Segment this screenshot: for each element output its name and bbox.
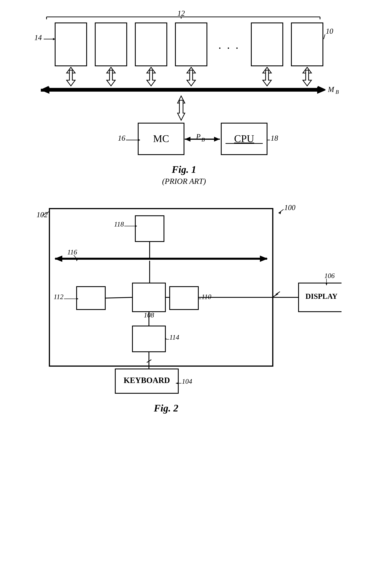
svg-rect-63 <box>170 287 198 309</box>
display-label: DISPLAY <box>305 292 338 300</box>
cpu-label: CPU <box>234 133 254 144</box>
svg-rect-9 <box>95 23 127 66</box>
svg-rect-13 <box>291 23 323 66</box>
label-mb: M <box>328 85 334 93</box>
label-112: 112 <box>54 293 64 300</box>
label-10: 10 <box>326 27 333 35</box>
label-114: 114 <box>169 334 179 341</box>
keyboard-label: KEYBOARD <box>124 376 170 385</box>
page: 12 14 . . <box>0 0 368 588</box>
svg-line-14 <box>324 34 325 39</box>
fig2-diagram: 102 100 118 116 <box>27 197 341 414</box>
fig1-title: Fig. 1 <box>27 164 341 175</box>
svg-rect-59 <box>77 287 105 309</box>
label-12: 12 <box>177 9 185 17</box>
mc-label: MC <box>153 133 169 144</box>
fig1-subtitle: (PRIOR ART) <box>27 177 341 186</box>
svg-marker-31 <box>318 86 326 93</box>
label-102: 102 <box>37 211 48 219</box>
svg-rect-10 <box>135 23 167 66</box>
label-106: 106 <box>324 272 335 280</box>
svg-marker-39 <box>214 137 220 142</box>
label-14: 14 <box>34 34 42 42</box>
label-18: 18 <box>271 134 278 142</box>
label-116: 116 <box>67 248 77 256</box>
label-118: 118 <box>114 220 124 228</box>
fig1-diagram: 12 14 . . <box>27 9 341 186</box>
svg-rect-57 <box>132 283 166 312</box>
svg-rect-67 <box>132 326 166 352</box>
label-104: 104 <box>182 378 192 385</box>
svg-rect-11 <box>175 23 207 66</box>
label-16: 16 <box>118 134 125 142</box>
svg-rect-12 <box>251 23 283 66</box>
svg-rect-8 <box>55 23 87 66</box>
svg-marker-30 <box>41 86 49 93</box>
label-110: 110 <box>202 293 211 300</box>
fig2-svg: 102 100 118 116 <box>27 197 341 426</box>
fig1-svg: 12 14 . . <box>27 9 341 159</box>
svg-marker-38 <box>185 137 190 142</box>
dots: . . . <box>218 38 240 51</box>
svg-rect-47 <box>135 216 164 242</box>
label-100: 100 <box>284 203 295 212</box>
label-mb-sub: B <box>335 89 339 95</box>
